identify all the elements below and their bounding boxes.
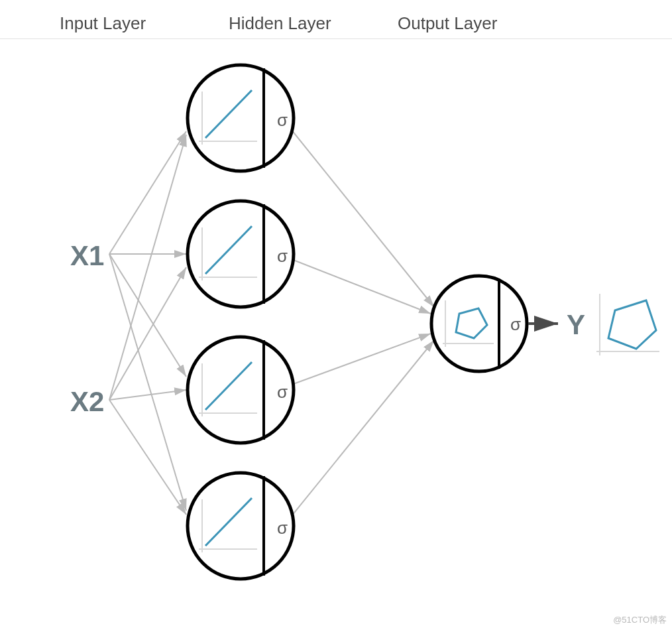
- svg-line-9: [292, 259, 431, 314]
- hidden-node-1: σ: [188, 65, 294, 171]
- header-input: Input Layer: [60, 13, 146, 34]
- edges-hidden-output: [292, 130, 434, 516]
- edges-input-hidden: [109, 131, 186, 515]
- svg-line-6: [109, 390, 186, 400]
- svg-line-0: [109, 131, 186, 254]
- sigma-label: σ: [510, 314, 521, 334]
- svg-line-5: [109, 267, 186, 400]
- output-chart: [596, 294, 659, 355]
- input-x2-label: X2: [70, 386, 104, 418]
- header-output: Output Layer: [398, 13, 497, 34]
- sigma-label: σ: [277, 518, 288, 538]
- sigma-label: σ: [277, 382, 288, 402]
- svg-line-10: [292, 334, 431, 385]
- polygon-icon: [608, 300, 656, 349]
- svg-line-3: [109, 254, 186, 511]
- header-hidden: Hidden Layer: [229, 13, 331, 34]
- svg-line-8: [292, 130, 434, 307]
- sigma-label: σ: [277, 246, 288, 266]
- network-svg: σ σ σ σ: [0, 38, 672, 630]
- input-x1-label: X1: [70, 240, 104, 272]
- svg-line-4: [109, 135, 186, 400]
- watermark: @51CTO博客: [613, 614, 667, 626]
- hidden-node-3: σ: [188, 337, 294, 443]
- output-node: σ: [431, 276, 527, 371]
- diagram-canvas: σ σ σ σ: [0, 38, 672, 630]
- svg-line-7: [109, 400, 186, 515]
- header-row: Input Layer Hidden Layer Output Layer: [0, 0, 672, 39]
- hidden-node-4: σ: [188, 473, 294, 579]
- output-y-label: Y: [567, 309, 585, 340]
- sigma-label: σ: [277, 110, 288, 130]
- svg-line-11: [292, 340, 434, 516]
- hidden-node-2: σ: [188, 201, 294, 307]
